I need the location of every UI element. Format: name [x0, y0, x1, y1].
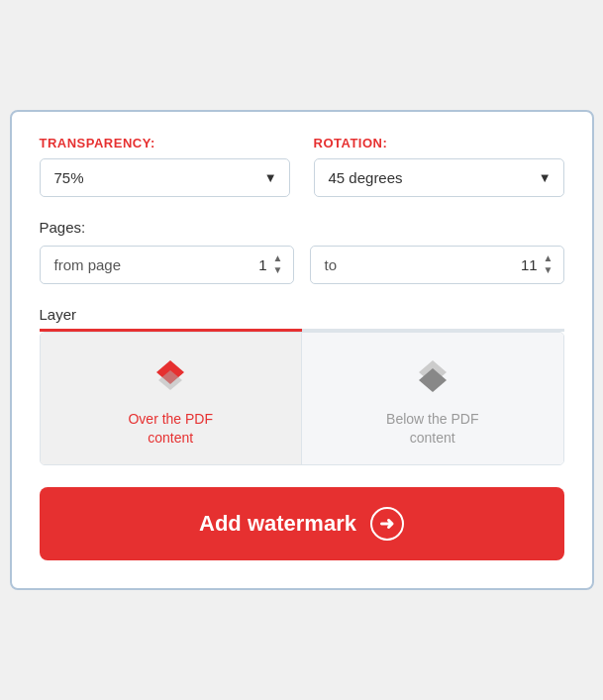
below-pdf-icon: [411, 354, 454, 398]
from-page-up-button[interactable]: ▲: [271, 252, 285, 264]
pages-label: Pages:: [40, 219, 564, 236]
rotation-value: 45 degrees: [329, 169, 403, 186]
layer-options: Over the PDFcontent Below the PDFcontent: [40, 332, 564, 466]
transparency-value: 75%: [54, 169, 84, 186]
pages-row: from page 1 ▲ ▼ to 11 ▲ ▼: [40, 246, 564, 284]
to-page-value: 11: [518, 256, 538, 273]
add-watermark-label: Add watermark: [199, 511, 356, 537]
watermark-settings-card: TRANSPARENCY: 75% ▼ ROTATION: 45 degrees…: [10, 110, 594, 591]
transparency-chevron-icon: ▼: [264, 170, 277, 185]
add-watermark-button[interactable]: Add watermark ➜: [40, 487, 564, 560]
below-pdf-label: Below the PDFcontent: [386, 410, 478, 448]
over-pdf-icon: [149, 354, 192, 398]
layer-label: Layer: [40, 306, 564, 323]
from-page-spinner-buttons: ▲ ▼: [271, 252, 285, 276]
rotation-select[interactable]: 45 degrees ▼: [314, 158, 564, 197]
from-page-field: from page 1 ▲ ▼: [40, 246, 294, 284]
transparency-select[interactable]: 75% ▼: [40, 158, 290, 197]
layer-over-button[interactable]: Over the PDFcontent: [41, 333, 303, 465]
top-row: TRANSPARENCY: 75% ▼ ROTATION: 45 degrees…: [40, 136, 564, 197]
from-page-down-button[interactable]: ▼: [271, 264, 285, 276]
rotation-label: ROTATION:: [314, 136, 564, 150]
to-page-up-button[interactable]: ▲: [542, 252, 555, 264]
from-page-spinner: 1 ▲ ▼: [248, 252, 293, 276]
from-page-value: 1: [248, 256, 267, 273]
layer-below-button[interactable]: Below the PDFcontent: [302, 333, 563, 465]
transparency-group: TRANSPARENCY: 75% ▼: [40, 136, 290, 197]
to-page-spinner: 11 ▲ ▼: [518, 252, 563, 276]
add-watermark-arrow-icon: ➜: [370, 507, 404, 541]
rotation-chevron-icon: ▼: [539, 170, 552, 185]
transparency-label: TRANSPARENCY:: [40, 136, 290, 150]
over-pdf-label: Over the PDFcontent: [128, 410, 213, 448]
to-page-spinner-buttons: ▲ ▼: [542, 252, 555, 276]
to-page-down-button[interactable]: ▼: [542, 264, 555, 276]
to-page-field: to 11 ▲ ▼: [310, 246, 564, 284]
to-page-label: to: [311, 247, 348, 283]
from-page-label: from page: [41, 247, 132, 283]
rotation-group: ROTATION: 45 degrees ▼: [314, 136, 564, 197]
